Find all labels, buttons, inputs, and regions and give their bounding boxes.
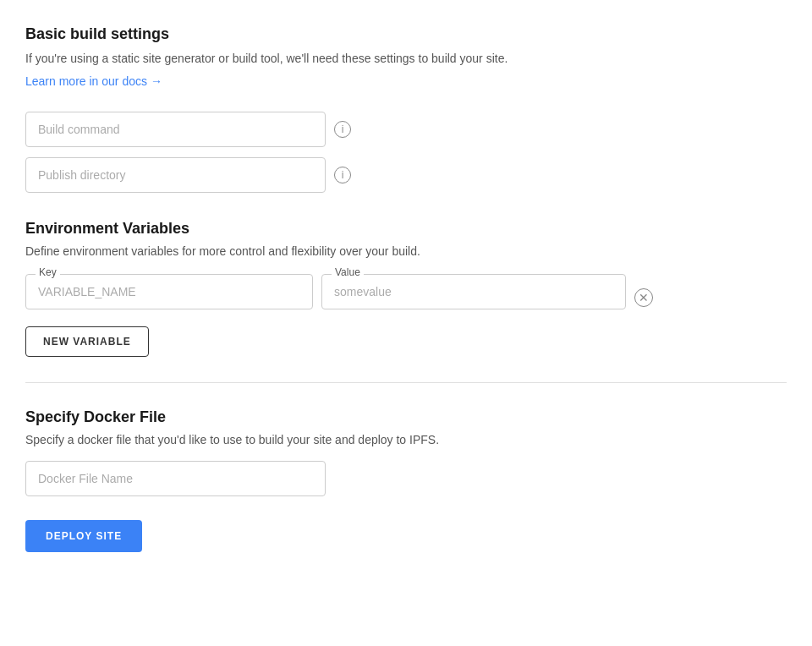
basic-build-settings-title: Basic build settings <box>25 25 787 43</box>
env-value-input[interactable] <box>321 274 626 309</box>
build-command-group: i <box>25 112 787 147</box>
section-divider <box>25 382 787 383</box>
learn-more-link[interactable]: Learn more in our docs → <box>25 74 162 88</box>
env-vars-section: Environment Variables Define environment… <box>25 220 787 357</box>
learn-more-text: Learn more in our docs <box>25 74 147 88</box>
docker-file-input[interactable] <box>25 461 326 496</box>
basic-build-settings: Basic build settings If you're using a s… <box>25 25 787 193</box>
env-vars-description: Define environment variables for more co… <box>25 243 787 260</box>
build-command-info-icon[interactable]: i <box>334 121 351 138</box>
publish-directory-info-icon[interactable]: i <box>334 167 351 183</box>
docker-input-group <box>25 461 787 496</box>
docker-section-description: Specify a docker file that you'd like to… <box>25 431 787 449</box>
build-command-input[interactable] <box>25 112 326 147</box>
env-var-row: Key Value ✕ <box>25 274 787 309</box>
remove-env-var-icon[interactable]: ✕ <box>634 288 653 307</box>
key-label: Key <box>36 266 60 278</box>
env-value-group: Value <box>321 274 626 309</box>
env-key-input[interactable] <box>25 274 313 309</box>
arrow-icon: → <box>151 74 162 88</box>
docker-section: Specify Docker File Specify a docker fil… <box>25 408 787 496</box>
deploy-site-button[interactable]: DEPLOY SITE <box>25 520 142 552</box>
publish-directory-input[interactable] <box>25 157 326 193</box>
docker-section-title: Specify Docker File <box>25 408 787 426</box>
new-variable-button[interactable]: NEW VARIABLE <box>25 326 149 357</box>
env-vars-title: Environment Variables <box>25 220 787 238</box>
env-key-group: Key <box>25 274 313 309</box>
value-label: Value <box>332 266 364 278</box>
publish-directory-group: i <box>25 157 787 193</box>
basic-build-settings-description: If you're using a static site generator … <box>25 50 787 68</box>
